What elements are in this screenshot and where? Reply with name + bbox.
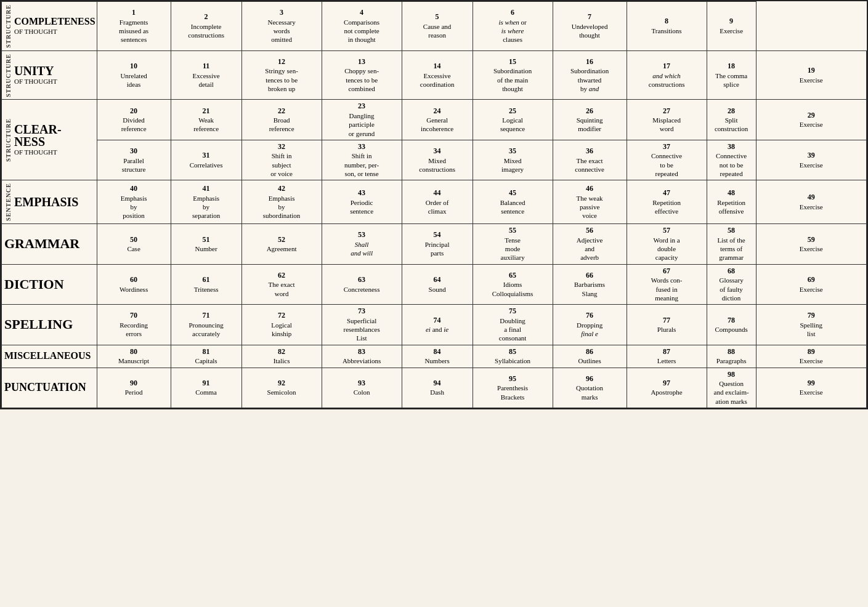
main-grid: STRUCTURE COMPLETENESS OF THOUGHT 1 Frag… bbox=[0, 0, 868, 409]
item-69: 69 Exercise bbox=[756, 264, 866, 304]
vert-label-clearness: STRUCTURE bbox=[4, 118, 12, 162]
section-miscellaneous: MISCELLANEOUS bbox=[2, 345, 97, 368]
item-86: 86 Outlines bbox=[553, 345, 627, 368]
item-44: 44 Order ofclimax bbox=[402, 180, 473, 224]
section-sublabel-unity: OF THOUGHT bbox=[14, 77, 57, 86]
item-59: 59 Exercise bbox=[756, 224, 866, 264]
item-31: 31 Correlatives bbox=[171, 140, 241, 180]
item-97: 97 Apostrophe bbox=[627, 368, 707, 408]
section-label-miscellaneous: MISCELLANEOUS bbox=[4, 350, 95, 363]
item-24: 24 Generalincoherence bbox=[402, 100, 473, 140]
item-75: 75 Doublinga finalconsonant bbox=[473, 305, 553, 345]
section-sublabel-clearness: OF THOUGHT bbox=[14, 148, 62, 156]
item-65: 65 IdiomsColloquialisms bbox=[473, 264, 553, 304]
item-87: 87 Letters bbox=[627, 345, 707, 368]
item-82: 82 Italics bbox=[241, 345, 322, 368]
item-27: 27 Misplacedword bbox=[627, 100, 707, 140]
item-53: 53 Shalland will bbox=[322, 224, 402, 264]
item-84: 84 Numbers bbox=[402, 345, 473, 368]
vert-label-completeness: STRUCTURE bbox=[4, 4, 12, 48]
item-98: 98 Questionand exclaim-ation marks bbox=[707, 368, 756, 408]
item-76: 76 Droppingfinal e bbox=[553, 305, 627, 345]
item-74: 74 ei and ie bbox=[402, 305, 473, 345]
item-83: 83 Abbreviations bbox=[322, 345, 402, 368]
item-95: 95 ParenthesisBrackets bbox=[473, 368, 553, 408]
item-9: 9 Exercise bbox=[707, 2, 756, 51]
section-spelling: SPELLING bbox=[2, 305, 97, 345]
item-38: 38 Connectivenot to berepeated bbox=[707, 140, 756, 180]
table-row: SENTENCE EMPHASIS 40 Emphasisbyposition … bbox=[2, 180, 867, 224]
item-25: 25 Logicalsequence bbox=[473, 100, 553, 140]
item-67: 67 Words con-fused inmeaning bbox=[627, 264, 707, 304]
item-33: 33 Shift innumber, per-son, or tense bbox=[322, 140, 402, 180]
vert-label-unity: STRUCTURE bbox=[4, 54, 12, 97]
section-label-emphasis: EMPHASIS bbox=[14, 196, 78, 208]
table-row: DICTION 60 Wordiness 61 Triteness 62 The… bbox=[2, 264, 867, 304]
item-12: 12 Stringy sen-tences to bebroken up bbox=[241, 50, 322, 100]
section-unity: STRUCTURE UNITY OF THOUGHT bbox=[2, 50, 97, 100]
item-41: 41 Emphasisbyseparation bbox=[171, 180, 241, 224]
item-45: 45 Balancedsentence bbox=[473, 180, 553, 224]
item-78: 78 Compounds bbox=[707, 305, 756, 345]
item-63: 63 Concreteness bbox=[322, 264, 402, 304]
item-13: 13 Choppy sen-tences to becombined bbox=[322, 50, 402, 100]
item-2: 2 Incompleteconstructions bbox=[171, 2, 241, 51]
section-completeness: STRUCTURE COMPLETENESS OF THOUGHT bbox=[2, 2, 97, 51]
item-36: 36 The exactconnective bbox=[553, 140, 627, 180]
item-60: 60 Wordiness bbox=[97, 264, 171, 304]
item-43: 43 Periodicsentence bbox=[322, 180, 402, 224]
item-92: 92 Semicolon bbox=[241, 368, 322, 408]
item-89: 89 Exercise bbox=[756, 345, 866, 368]
item-32: 32 Shift insubjector voice bbox=[241, 140, 322, 180]
item-79: 79 Spellinglist bbox=[756, 305, 866, 345]
item-1: 1 Fragmentsmisused assentences bbox=[97, 2, 171, 51]
table-row: MISCELLANEOUS 80 Manuscript 81 Capitals … bbox=[2, 345, 867, 368]
item-16: 16 Subordinationthwartedby and bbox=[553, 50, 627, 100]
item-50: 50 Case bbox=[97, 224, 171, 264]
item-93: 93 Colon bbox=[322, 368, 402, 408]
item-39: 39 Exercise bbox=[756, 140, 866, 180]
item-19: 19 Exercise bbox=[756, 50, 866, 100]
table-row: GRAMMAR 50 Case 51 Number 52 Agreement 5… bbox=[2, 224, 867, 264]
item-18: 18 The commasplice bbox=[707, 50, 756, 100]
item-81: 81 Capitals bbox=[171, 345, 241, 368]
item-61: 61 Triteness bbox=[171, 264, 241, 304]
item-91: 91 Comma bbox=[171, 368, 241, 408]
item-8: 8 Transitions bbox=[627, 2, 707, 51]
item-62: 62 The exactword bbox=[241, 264, 322, 304]
item-30: 30 Parallelstructure bbox=[97, 140, 171, 180]
item-21: 21 Weakreference bbox=[171, 100, 241, 140]
item-7: 7 Undevelopedthought bbox=[553, 2, 627, 51]
item-64: 64 Sound bbox=[402, 264, 473, 304]
section-punctuation: PUNCTUATION bbox=[2, 368, 97, 408]
section-label-grammar: GRAMMAR bbox=[4, 235, 95, 253]
item-54: 54 Principalparts bbox=[402, 224, 473, 264]
item-35: 35 Mixedimagery bbox=[473, 140, 553, 180]
item-5: 5 Cause andreason bbox=[402, 2, 473, 51]
item-23: 23 Danglingparticipleor gerund bbox=[322, 100, 402, 140]
table-row: STRUCTURE UNITY OF THOUGHT 10 Unrelatedi… bbox=[2, 50, 867, 100]
item-99: 99 Exercise bbox=[756, 368, 866, 408]
item-77: 77 Plurals bbox=[627, 305, 707, 345]
item-28: 28 Splitconstruction bbox=[707, 100, 756, 140]
section-label-clearness: CLEAR-NESS bbox=[14, 123, 62, 148]
item-96: 96 Quotationmarks bbox=[553, 368, 627, 408]
section-label-unity: UNITY bbox=[14, 65, 57, 77]
item-10: 10 Unrelatedideas bbox=[97, 50, 171, 100]
item-68: 68 Glossaryof faultydiction bbox=[707, 264, 756, 304]
item-22: 22 Broadreference bbox=[241, 100, 322, 140]
item-40: 40 Emphasisbyposition bbox=[97, 180, 171, 224]
item-4: 4 Comparisonsnot completein thought bbox=[322, 2, 402, 51]
item-14: 14 Excessivecoordination bbox=[402, 50, 473, 100]
section-sublabel-completeness: OF THOUGHT bbox=[14, 27, 95, 36]
item-85: 85 Syllabication bbox=[473, 345, 553, 368]
table-row: SPELLING 70 Recordingerrors 71 Pronounci… bbox=[2, 305, 867, 345]
section-label-completeness: COMPLETENESS bbox=[14, 16, 95, 27]
section-label-spelling: SPELLING bbox=[4, 316, 95, 334]
item-56: 56 Adjectiveandadverb bbox=[553, 224, 627, 264]
item-80: 80 Manuscript bbox=[97, 345, 171, 368]
item-3: 3 Necessarywordsomitted bbox=[241, 2, 322, 51]
item-66: 66 BarbarismsSlang bbox=[553, 264, 627, 304]
item-55: 55 Tensemodeauxiliary bbox=[473, 224, 553, 264]
section-label-diction: DICTION bbox=[4, 276, 95, 294]
